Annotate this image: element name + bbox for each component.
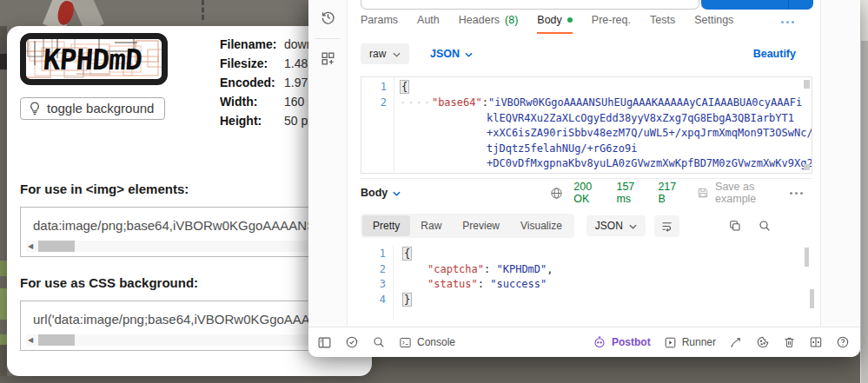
status-code[interactable]: 200 OK [573,181,606,205]
line-number: 4 [380,294,386,306]
postbot-icon [593,335,606,349]
tab-visualize[interactable]: Visualize [510,215,573,236]
tab-settings[interactable]: Settings [694,14,733,34]
tab-label: Headers [459,14,500,26]
send-button[interactable] [701,0,813,10]
tab-label: Settings [694,14,733,26]
line-number: 2 [380,263,386,275]
collections-new-icon[interactable] [320,50,336,70]
meta-row-filesize: Filesize: 1.48 K [220,54,321,73]
pane-scrollbar-thumb[interactable] [810,289,814,308]
tab-raw[interactable]: Raw [410,215,452,236]
console-label: Console [417,336,455,348]
tab-headers[interactable]: Headers (8) [459,14,519,34]
toggle-background-button[interactable]: toggle background [20,97,165,120]
pane-divider[interactable] [361,178,812,179]
request-url-input[interactable] [361,0,699,10]
code-line: ····"base64":"iVBORw0KGgoAAAANSUhEUgAAAK… [400,96,802,111]
tab-pre-request[interactable]: Pre-req. [592,14,631,34]
search-icon[interactable] [372,335,386,349]
network-globe-icon[interactable] [550,187,563,200]
postbot-button[interactable]: Postbot [593,335,651,349]
json-key: "status" [427,278,478,290]
body-modified-dot [567,17,573,23]
editor-scrollbar-thumb[interactable] [805,248,809,267]
tab-tests[interactable]: Tests [650,14,675,34]
captcha-image: KPHDmD [20,33,168,85]
response-body-editor[interactable]: 1 2 3 4 { "captcha": "KPHDmD", "status":… [361,245,812,320]
response-status-group: 200 OK 157 ms 217 B [550,181,683,205]
tab-preview[interactable]: Preview [452,215,510,236]
line-number: 3 [380,278,386,290]
postman-main-area: Params Auth Headers (8) Body Pre-req. Te… [348,0,820,327]
scrollbar-thumb[interactable] [38,334,75,346]
scroll-left-arrow-icon[interactable]: ◀ [28,336,33,344]
trash-icon[interactable] [783,335,796,349]
language-dropdown[interactable]: JSON [430,48,473,60]
scroll-left-arrow-icon[interactable]: ◀ [28,242,33,250]
save-as-example-button[interactable]: Save as example [697,181,790,205]
line-number: 1 [380,248,386,260]
code-wrapped-line: +DC0vDfMxgpnaKbv8yuLA0zGVwzmXwKpfBD7M0zG… [487,156,812,172]
runner-label: Runner [682,336,716,348]
response-more-icon[interactable] [790,192,803,195]
chevron-down-icon [393,48,401,60]
beautify-link[interactable]: Beautify [753,48,796,60]
runner-button[interactable]: Runner [664,336,716,349]
response-header: Body 200 OK 157 ms 217 B [361,183,803,202]
line-number: 1 [381,81,387,93]
code-line: { [400,80,409,96]
code-line: { [402,247,412,262]
postman-window: Params Auth Headers (8) Body Pre-req. Te… [308,0,860,357]
colon-token: : [482,96,488,109]
check-circle-icon[interactable] [345,335,359,349]
background-sliver [0,26,7,54]
response-body-dropdown[interactable]: Body [361,187,401,199]
wrap-lines-icon[interactable] [654,215,679,237]
cookie-icon[interactable] [756,335,770,349]
tab-label: Pre-req. [592,14,631,26]
browser-scrollbar-thumb[interactable] [861,41,868,383]
meta-label: Filename: [220,37,284,51]
save-as-example-label: Save as example [715,181,790,205]
capture-requests-icon[interactable] [729,335,743,349]
comma-token: , [547,263,553,275]
brace-token[interactable]: { [402,247,412,261]
search-icon[interactable] [758,219,772,233]
brace-token[interactable]: { [400,80,409,94]
editor-gutter: 1 2 [361,77,394,173]
tab-auth[interactable]: Auth [417,14,440,34]
background-sliver [0,261,7,276]
request-body-editor[interactable]: 1 2 { ····"base64":"iVBORw0KGgoAAAANSUhE… [361,76,812,174]
history-icon[interactable] [320,9,336,29]
copy-icon[interactable] [728,219,742,233]
editor-scrollbar-thumb[interactable] [804,80,810,89]
split-pane-icon[interactable] [809,335,823,349]
body-type-label: raw [369,48,386,60]
background-sliver [0,69,7,261]
console-button[interactable]: Console [399,336,455,349]
more-tabs-icon[interactable] [781,21,794,23]
postman-right-sidebar [820,0,860,327]
lightbulb-icon [30,102,40,116]
meta-label: Height: [220,114,284,128]
request-tab-bar: Params Auth Headers (8) Body Pre-req. Te… [361,14,733,34]
sidebar-toggle-icon[interactable] [317,335,332,350]
help-icon[interactable] [836,335,850,349]
response-language-dropdown[interactable]: JSON [586,215,646,236]
postman-status-bar: Console Postbot Runner [308,327,860,357]
save-icon [697,187,709,199]
response-size[interactable]: 217 B [658,181,683,205]
background-sliver [0,54,7,69]
tab-label: Auth [417,14,440,26]
tab-body[interactable]: Body [537,14,573,34]
brace-token[interactable]: } [402,293,412,307]
body-type-dropdown[interactable]: raw [361,43,409,64]
tab-pretty[interactable]: Pretty [362,215,410,236]
scrollbar-thumb[interactable] [38,241,75,252]
background-sliver [0,334,7,345]
headers-count-badge: (8) [505,14,518,26]
response-time[interactable]: 157 ms [616,181,647,205]
tab-params[interactable]: Params [361,14,398,34]
language-label: JSON [430,48,460,60]
